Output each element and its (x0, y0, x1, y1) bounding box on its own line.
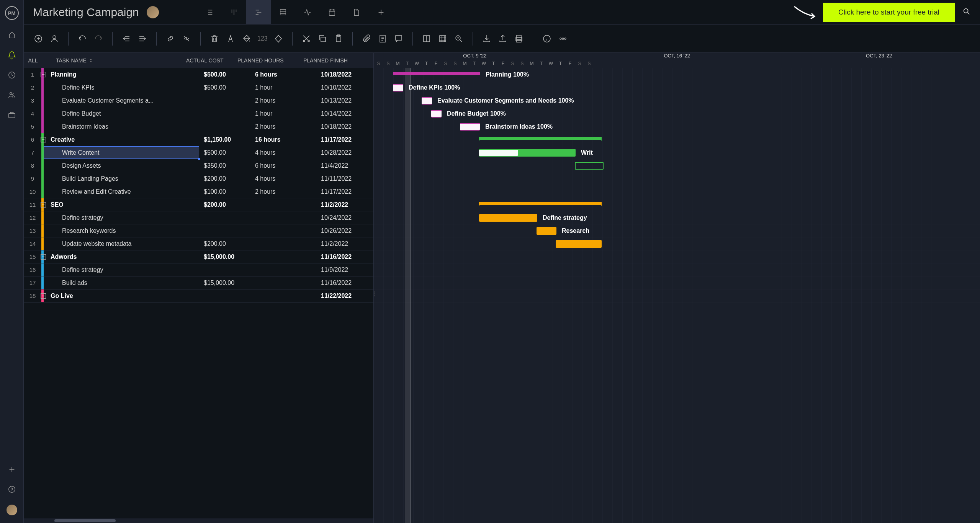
col-cost[interactable]: ACTUAL COST (182, 53, 233, 68)
bell-icon[interactable] (7, 51, 16, 60)
task-row[interactable]: 9 Build Landing Pages $200.00 4 hours 11… (24, 172, 373, 185)
finish-cell[interactable]: 11/4/2022 (316, 159, 372, 172)
task-row[interactable]: 11 − SEO $200.00 11/2/2022 (24, 198, 373, 211)
grid-icon[interactable] (437, 33, 448, 44)
cost-cell[interactable] (199, 289, 250, 302)
task-row[interactable]: 8 Design Assets $350.00 6 hours 11/4/202… (24, 159, 373, 172)
task-name-cell[interactable]: Define strategy (44, 263, 199, 276)
gantt-row[interactable]: Brainstorm Ideas 100% (374, 120, 980, 133)
gantt-bar[interactable]: Writ (479, 149, 576, 157)
hours-cell[interactable] (250, 211, 316, 224)
text-color-icon[interactable] (225, 33, 236, 44)
hours-cell[interactable]: 16 hours (250, 133, 316, 146)
col-finish[interactable]: PLANNED FINISH (299, 53, 354, 68)
task-name-cell[interactable]: Brainstorm Ideas (44, 120, 199, 133)
outdent-icon[interactable] (121, 33, 132, 44)
paste-icon[interactable] (333, 33, 344, 44)
task-name-cell[interactable]: Build Landing Pages (44, 172, 199, 185)
hours-cell[interactable] (250, 198, 316, 211)
task-name-cell[interactable]: Write Content (44, 146, 199, 159)
cost-cell[interactable]: $500.00 (199, 81, 250, 94)
finish-cell[interactable]: 11/22/2022 (316, 289, 372, 302)
task-name-cell[interactable]: − Creative (44, 133, 199, 146)
project-avatar[interactable] (147, 6, 159, 18)
task-name-cell[interactable]: Define KPIs (44, 81, 199, 94)
task-name-cell[interactable]: Update website metadata (44, 237, 199, 250)
cost-cell[interactable]: $200.00 (199, 172, 250, 185)
hours-cell[interactable]: 4 hours (250, 172, 316, 185)
finish-cell[interactable]: 10/18/2022 (316, 68, 372, 81)
task-row[interactable]: 16 Define strategy 11/9/2022 (24, 263, 373, 276)
finish-cell[interactable]: 11/17/2022 (316, 133, 372, 146)
gantt-bar[interactable]: Define Budget 100% (431, 110, 442, 118)
gantt-bar[interactable]: Define KPIs 100% (393, 84, 403, 92)
attach-icon[interactable] (361, 33, 372, 44)
hours-cell[interactable]: 1 hour (250, 107, 316, 120)
expander-icon[interactable]: − (41, 72, 46, 77)
cost-cell[interactable]: $15,000.00 (199, 276, 250, 289)
finish-cell[interactable]: 10/26/2022 (316, 224, 372, 237)
task-name-cell[interactable]: Research keywords (44, 224, 199, 237)
task-name-cell[interactable]: Design Assets (44, 159, 199, 172)
zoom-icon[interactable] (453, 33, 464, 44)
finish-cell[interactable]: 11/2/2022 (316, 198, 372, 211)
task-name-cell[interactable]: − Planning (44, 68, 199, 81)
hours-cell[interactable]: 6 hours (250, 159, 316, 172)
gantt-row[interactable]: Define KPIs 100% (374, 81, 980, 94)
cost-cell[interactable]: $100.00 (199, 185, 250, 198)
task-row[interactable]: 6 − Creative $1,150.00 16 hours 11/17/20… (24, 133, 373, 146)
expander-icon[interactable]: − (41, 202, 46, 208)
gantt-row[interactable]: Define Budget 100% (374, 107, 980, 120)
comment-icon[interactable] (393, 33, 404, 44)
link-icon[interactable] (165, 33, 176, 44)
task-row[interactable]: 3 Evaluate Customer Segments a... 2 hour… (24, 94, 373, 107)
finish-cell[interactable]: 10/14/2022 (316, 107, 372, 120)
finish-cell[interactable]: 10/28/2022 (316, 146, 372, 159)
cost-cell[interactable] (199, 94, 250, 107)
calendar-view-tab[interactable] (320, 0, 344, 25)
file-view-tab[interactable] (344, 0, 369, 25)
task-row[interactable]: 2 Define KPIs $500.00 1 hour 10/10/2022 (24, 81, 373, 94)
gantt-row[interactable] (374, 289, 980, 302)
hours-cell[interactable] (250, 276, 316, 289)
task-name-cell[interactable]: Define Budget (44, 107, 199, 120)
cost-cell[interactable]: $200.00 (199, 198, 250, 211)
clock-icon[interactable] (7, 70, 16, 80)
gantt-bar[interactable]: Brainstorm Ideas 100% (460, 123, 480, 131)
cost-cell[interactable]: $500.00 (199, 68, 250, 81)
task-name-cell[interactable]: − Go Live (44, 289, 199, 302)
info-icon[interactable] (542, 33, 552, 44)
finish-cell[interactable]: 11/17/2022 (316, 185, 372, 198)
gantt-view-tab[interactable] (246, 0, 271, 25)
finish-cell[interactable]: 11/2/2022 (316, 237, 372, 250)
gantt-bar[interactable] (479, 202, 602, 205)
finish-cell[interactable]: 10/13/2022 (316, 94, 372, 107)
gantt-row[interactable]: Evaluate Customer Segments and Needs 100… (374, 94, 980, 107)
gantt-row[interactable]: Research (374, 224, 980, 237)
print-icon[interactable] (514, 33, 524, 44)
cost-cell[interactable] (199, 107, 250, 120)
finish-cell[interactable]: 11/11/2022 (316, 172, 372, 185)
hours-cell[interactable] (250, 289, 316, 302)
col-all[interactable]: ALL (24, 53, 42, 68)
col-hours[interactable]: PLANNED HOURS (233, 53, 299, 68)
cost-cell[interactable]: $350.00 (199, 159, 250, 172)
task-row[interactable]: 4 Define Budget 1 hour 10/14/2022 (24, 107, 373, 120)
gantt-row[interactable] (374, 276, 980, 289)
milestone-icon[interactable] (273, 33, 284, 44)
finish-cell[interactable]: 11/16/2022 (316, 250, 372, 263)
gantt-row[interactable] (374, 237, 980, 250)
help-icon[interactable] (7, 485, 16, 494)
delete-icon[interactable] (209, 33, 220, 44)
gantt-bar[interactable]: Planning 100% (393, 72, 480, 75)
gantt-row[interactable] (374, 198, 980, 211)
hours-cell[interactable]: 2 hours (250, 120, 316, 133)
finish-cell[interactable]: 10/18/2022 (316, 120, 372, 133)
task-name-cell[interactable]: Define strategy (44, 211, 199, 224)
expander-icon[interactable]: − (41, 293, 46, 299)
finish-cell[interactable]: 10/24/2022 (316, 211, 372, 224)
task-name-cell[interactable]: − SEO (44, 198, 199, 211)
hours-cell[interactable] (250, 224, 316, 237)
gantt-bar[interactable]: Research (537, 227, 556, 235)
finish-cell[interactable]: 11/16/2022 (316, 276, 372, 289)
